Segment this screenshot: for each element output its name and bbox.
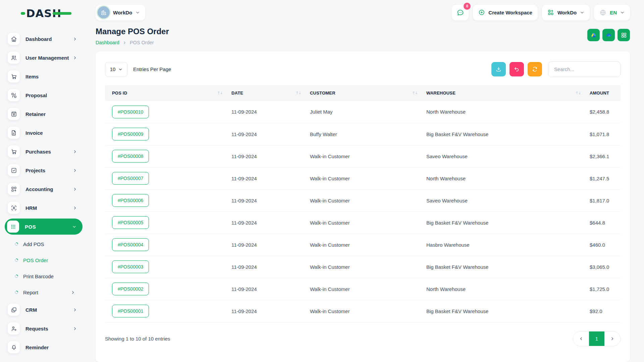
grid-view-button[interactable] [618, 29, 630, 41]
pos-id-link[interactable]: #POS00002 [112, 283, 149, 295]
breadcrumb-current: POS Order [130, 40, 154, 45]
sidebar: DAS H DashboardUser ManagementItemsPropo… [0, 0, 87, 362]
sidebar-item-reminder[interactable]: Reminder [0, 338, 87, 357]
sidebar-item-purchases[interactable]: Purchases [0, 142, 87, 161]
column-header-date[interactable]: DATE↑↓ [231, 85, 310, 101]
pos-id-link[interactable]: #POS00010 [112, 106, 149, 118]
cell-date-value: 11-09-2024 [231, 220, 257, 226]
sort-icon[interactable]: ↑↓ [296, 91, 301, 95]
sidebar-item-user-management[interactable]: User Management [0, 48, 87, 67]
cell-date: 11-09-2024 [231, 256, 310, 278]
cell-warehouse: Big Basket F&V Warehouse [426, 123, 590, 145]
sidebar-item-crm[interactable]: CRM [0, 300, 87, 319]
home-icon [8, 33, 20, 45]
sort-icon[interactable]: ↑↓ [576, 91, 581, 95]
sidebar-item-label: Projects [25, 168, 73, 173]
pos-id-link[interactable]: #POS00006 [112, 194, 149, 207]
bell-icon [8, 341, 20, 353]
cell-customer: Buffy Walter [310, 123, 426, 145]
cell-warehouse: Hasbro Warehouse [426, 234, 590, 256]
sidebar-subitem-label: Add POS [23, 241, 75, 247]
reset-undo-button[interactable] [509, 62, 524, 76]
pos-id-link[interactable]: #POS00001 [112, 305, 149, 317]
cell-customer-value: Walk-in Customer [310, 176, 350, 181]
entries-per-page-select[interactable]: 10 [105, 62, 127, 77]
pos-id-link[interactable]: #POS00003 [112, 260, 149, 273]
app-root: DAS H DashboardUser ManagementItemsPropo… [0, 0, 644, 362]
sidebar-item-projects[interactable]: Projects [0, 161, 87, 180]
cell-date-value: 11-09-2024 [231, 198, 257, 203]
table-row: #POS0000911-09-2024Buffy WalterBig Baske… [105, 123, 621, 145]
table-row: #POS0001011-09-2024Juliet MayNorth Wareh… [105, 101, 621, 123]
onedrive-button[interactable] [602, 29, 615, 41]
sidebar-item-label: Items [25, 74, 77, 79]
sort-icon[interactable]: ↑↓ [217, 91, 223, 95]
sidebar-item-accounting[interactable]: Accounting [0, 180, 87, 198]
undo-icon [514, 66, 520, 72]
pos-id-link[interactable]: #POS00004 [112, 238, 149, 251]
column-header-inner: WAREHOUSE↑↓ [426, 90, 590, 96]
sidebar-item-hrm[interactable]: HRM [0, 198, 87, 217]
search-input[interactable] [548, 61, 621, 77]
app-logo[interactable]: DAS H [0, 5, 87, 22]
table-body: #POS0001011-09-2024Juliet MayNorth Wareh… [105, 101, 621, 322]
sidebar-item-requests[interactable]: Requests [0, 319, 87, 338]
pos-id-link[interactable]: #POS00007 [112, 172, 149, 185]
refresh-icon [532, 66, 538, 72]
sidebar-item-retainer[interactable]: Retainer [0, 105, 87, 123]
google-drive-icon [590, 32, 597, 39]
grid-plus-icon [547, 9, 554, 16]
refresh-button[interactable] [528, 62, 542, 76]
workdo-menu-button[interactable]: WorkDo [542, 5, 590, 20]
messages-badge: 0 [464, 3, 471, 10]
sidebar-item-pos[interactable]: POS [5, 219, 83, 235]
pos-id-link[interactable]: #POS00008 [112, 150, 149, 163]
sidebar-item-invoice[interactable]: Invoice [0, 123, 87, 142]
chevron-left-icon [579, 337, 583, 341]
sidebar-subitem-add-pos[interactable]: Add POS [0, 236, 87, 252]
messages-button[interactable]: 0 [452, 5, 469, 20]
cell-customer: Walk-in Customer [310, 256, 426, 278]
table-row: #POS0000511-09-2024Walk-in CustomerBig B… [105, 212, 621, 234]
google-drive-button[interactable] [587, 29, 600, 41]
chevron-right-icon [73, 326, 77, 331]
chevron-right-icon [73, 206, 77, 210]
language-selector[interactable]: EN [594, 5, 630, 20]
next-page-button[interactable] [604, 331, 620, 346]
sidebar-item-proposal[interactable]: Proposal [0, 86, 87, 105]
cell-customer: Walk-in Customer [310, 189, 426, 212]
breadcrumb-dashboard-link[interactable]: Dashboard [96, 40, 119, 45]
sidebar-subitem-pos-order[interactable]: POS Order [0, 252, 87, 268]
cell-date: 11-09-2024 [231, 278, 310, 300]
check-square-icon [8, 164, 20, 176]
sidebar-subitem-print-barcode[interactable]: Print Barcode [0, 268, 87, 284]
cell-date-value: 11-09-2024 [231, 109, 257, 115]
sidebar-item-label: Invoice [25, 130, 77, 136]
bullet-icon [14, 258, 19, 262]
export-download-button[interactable] [491, 62, 506, 76]
sidebar-subitem-report[interactable]: Report [0, 284, 87, 300]
pos-id-link[interactable]: #POS00005 [112, 216, 149, 229]
sort-icon[interactable]: ↑↓ [412, 91, 418, 95]
cell-customer-value: Buffy Walter [310, 131, 337, 137]
cell-date-value: 11-09-2024 [231, 176, 257, 181]
cell-date: 11-09-2024 [231, 300, 310, 322]
cell-customer-value: Juliet May [310, 109, 333, 115]
column-header-customer[interactable]: CUSTOMER↑↓ [310, 85, 426, 101]
sidebar-item-dashboard[interactable]: Dashboard [0, 29, 87, 48]
create-workspace-button[interactable]: Create Workspace [473, 5, 538, 20]
column-header-pos-id[interactable]: POS ID↑↓ [105, 85, 231, 101]
cell-pos-id: #POS00010 [105, 101, 231, 123]
column-header-warehouse[interactable]: WAREHOUSE↑↓ [426, 85, 590, 101]
sidebar-item-label: Dashboard [25, 36, 73, 42]
cell-amount: $92.0 [590, 300, 621, 322]
current-page-button[interactable]: 1 [589, 331, 604, 346]
grid-icon [621, 32, 627, 39]
previous-page-button[interactable] [573, 331, 589, 346]
sidebar-item-items[interactable]: Items [0, 67, 87, 86]
cell-date-value: 11-09-2024 [231, 242, 257, 248]
workspace-selector[interactable]: WorkDo [96, 5, 145, 20]
column-header-amount[interactable]: AMOUNT [590, 85, 621, 101]
cell-amount-value: $1,817.0 [590, 198, 609, 203]
pos-id-link[interactable]: #POS00009 [112, 128, 149, 140]
